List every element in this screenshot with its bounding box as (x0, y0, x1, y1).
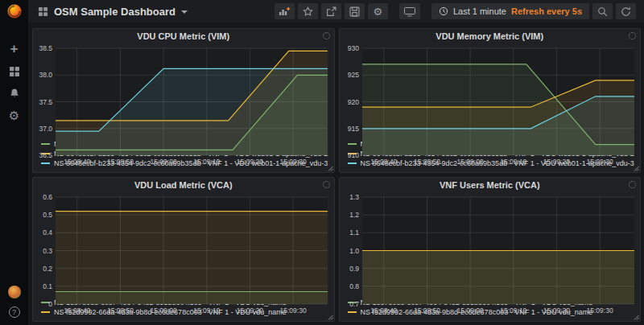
svg-text:0.4: 0.4 (43, 228, 52, 237)
chart-area[interactable]: 36.537.037.538.038.515:08:4015:08:5015:0… (33, 44, 334, 138)
panel-loading-spinner-icon (323, 32, 330, 39)
svg-text:15:09:20: 15:09:20 (543, 306, 569, 315)
svg-text:1.3: 1.3 (349, 193, 359, 201)
svg-text:15:09:00: 15:09:00 (456, 306, 483, 315)
svg-text:15:09:20: 15:09:20 (237, 158, 263, 166)
panel-vdu-load-metric: VDU Load Metric (VCA) 00.10.20.30.40.50.… (32, 177, 335, 322)
svg-text:1.2: 1.2 (349, 211, 359, 219)
zoom-out-button[interactable] (592, 3, 613, 19)
svg-text:15:08:40: 15:08:40 (64, 306, 90, 315)
svg-text:1.1: 1.1 (349, 228, 359, 237)
star-icon (303, 6, 313, 17)
plus-icon (287, 7, 290, 10)
svg-text:0.6: 0.6 (43, 193, 52, 201)
magnifier-icon (597, 6, 608, 17)
save-icon (349, 6, 360, 17)
grafana-logo[interactable] (0, 0, 28, 23)
svg-text:15:09:00: 15:09:00 (151, 158, 177, 166)
svg-text:15:09:00: 15:09:00 (456, 158, 483, 166)
chart-svg: 00.10.20.30.40.50.615:08:4015:08:5015:09… (33, 193, 334, 315)
panel-title[interactable]: VDU Memory Metric (VIM) (340, 29, 641, 44)
svg-text:910: 910 (347, 151, 358, 159)
svg-text:15:09:30: 15:09:30 (586, 158, 613, 166)
svg-text:15:08:40: 15:08:40 (64, 158, 90, 166)
svg-text:38.5: 38.5 (39, 44, 52, 52)
svg-text:15:09:10: 15:09:10 (500, 158, 526, 166)
dashboards-grid-icon (9, 66, 20, 77)
sidebar-item-configuration[interactable]: ⚙ (9, 109, 19, 121)
add-panel-button[interactable] (275, 3, 295, 19)
sidebar-item-dashboards[interactable] (9, 66, 20, 77)
share-button[interactable] (321, 3, 341, 19)
svg-text:37.0: 37.0 (39, 125, 52, 133)
svg-text:15:09:10: 15:09:10 (193, 306, 220, 315)
panel-loading-spinner-icon (629, 181, 636, 188)
svg-text:15:09:30: 15:09:30 (586, 306, 613, 315)
time-picker-button[interactable]: Last 1 minute Refresh every 5s (431, 3, 589, 19)
gear-icon: ⚙ (9, 109, 19, 121)
refresh-button[interactable] (616, 3, 636, 19)
panel-title[interactable]: VDU Load Metric (VCA) (33, 178, 334, 193)
gear-icon: ⚙ (374, 6, 383, 17)
top-navbar: OSM Sample Dashboard (0, 0, 644, 23)
chart-area[interactable]: 91091592092593015:08:4015:08:5015:09:001… (340, 44, 641, 138)
svg-text:15:09:30: 15:09:30 (280, 158, 307, 166)
tv-icon (403, 6, 416, 17)
star-button[interactable] (298, 3, 318, 19)
share-icon (326, 6, 336, 17)
svg-text:15:09:20: 15:09:20 (543, 158, 569, 166)
svg-text:0.2: 0.2 (43, 265, 52, 273)
svg-text:0: 0 (48, 300, 52, 308)
svg-text:0.8: 0.8 (349, 282, 359, 290)
chart-area[interactable]: 00.10.20.30.40.50.615:08:4015:08:5015:09… (33, 193, 334, 296)
svg-text:15:08:50: 15:08:50 (413, 306, 440, 315)
svg-text:0.5: 0.5 (43, 211, 52, 219)
plus-icon: + (10, 42, 19, 56)
dashboard-title[interactable]: OSM Sample Dashboard (54, 6, 175, 18)
svg-text:1.0: 1.0 (349, 247, 359, 255)
svg-text:37.5: 37.5 (39, 98, 52, 106)
user-avatar[interactable] (8, 286, 21, 298)
svg-text:15:09:10: 15:09:10 (500, 306, 526, 315)
panel-vdu-memory-metric: VDU Memory Metric (VIM) 9109159209259301… (339, 28, 642, 173)
sidebar-item-create[interactable]: + (10, 42, 19, 56)
svg-text:15:08:50: 15:08:50 (413, 158, 440, 166)
svg-text:38.0: 38.0 (39, 71, 52, 79)
panel-resize-handle[interactable] (327, 165, 333, 171)
help-icon[interactable]: ? (9, 306, 20, 318)
chevron-down-icon[interactable] (181, 10, 188, 14)
left-sidebar: + ⚙ ? (0, 23, 28, 325)
svg-text:915: 915 (347, 125, 358, 133)
svg-text:0.3: 0.3 (43, 247, 52, 255)
chart-svg: 36.537.037.538.038.515:08:4015:08:5015:0… (33, 44, 334, 167)
chart-area[interactable]: 0.70.80.91.01.11.21.315:08:4015:08:5015:… (340, 193, 641, 296)
panel-resize-handle[interactable] (327, 314, 333, 320)
sidebar-item-alerting[interactable] (9, 88, 20, 99)
dashboard-grid: VDU CPU Metric (VIM) 36.537.037.538.038.… (28, 23, 644, 325)
svg-text:15:08:40: 15:08:40 (370, 158, 397, 166)
svg-text:925: 925 (347, 71, 358, 79)
chart-svg: 0.70.80.91.01.11.21.315:08:4015:08:5015:… (340, 193, 641, 315)
panel-loading-spinner-icon (323, 181, 330, 188)
refresh-interval-label: Refresh every 5s (511, 6, 582, 16)
panel-vdu-cpu-metric: VDU CPU Metric (VIM) 36.537.037.538.038.… (32, 28, 335, 173)
svg-text:930: 930 (347, 44, 358, 52)
tv-mode-button[interactable] (399, 3, 420, 19)
refresh-icon (621, 6, 631, 17)
svg-text:0.7: 0.7 (349, 300, 359, 308)
svg-text:15:09:00: 15:09:00 (151, 306, 177, 315)
save-button[interactable] (345, 3, 365, 19)
chart-svg: 91091592092593015:08:4015:08:5015:09:001… (340, 44, 641, 167)
svg-text:15:08:50: 15:08:50 (107, 158, 134, 166)
panel-resize-handle[interactable] (633, 314, 639, 320)
svg-text:0.9: 0.9 (349, 265, 359, 273)
svg-text:0.1: 0.1 (43, 282, 52, 290)
panel-title[interactable]: VDU CPU Metric (VIM) (33, 29, 334, 44)
dashboard-settings-button[interactable]: ⚙ (368, 3, 388, 19)
svg-text:15:08:40: 15:08:40 (370, 306, 397, 315)
panel-title[interactable]: VNF Users Metric (VCA) (340, 178, 641, 193)
panel-resize-handle[interactable] (633, 165, 639, 171)
svg-text:15:08:50: 15:08:50 (107, 306, 134, 315)
svg-text:15:09:30: 15:09:30 (280, 306, 307, 315)
dashboard-grid-icon (38, 6, 48, 17)
